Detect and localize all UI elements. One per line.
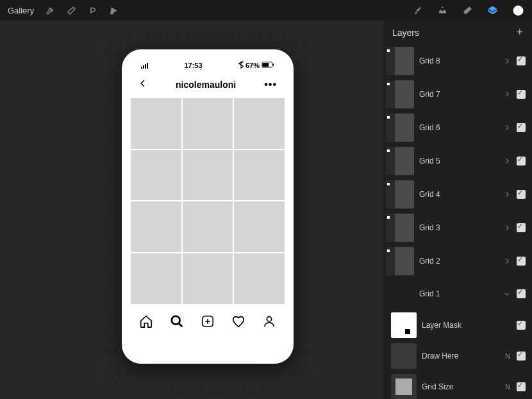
wrench-icon[interactable] xyxy=(46,6,55,15)
grid-post[interactable] xyxy=(131,253,181,304)
svg-point-4 xyxy=(172,316,180,324)
more-icon[interactable]: ••• xyxy=(264,79,277,90)
visibility-checkbox[interactable] xyxy=(517,321,526,330)
chevron-right-icon[interactable] xyxy=(504,155,510,167)
chevron-right-icon[interactable] xyxy=(504,55,510,67)
layer-name: Grid 6 xyxy=(419,123,499,132)
add-post-icon[interactable] xyxy=(201,314,215,331)
chevron-right-icon[interactable] xyxy=(504,89,510,100)
layer-row[interactable]: Grid 3 xyxy=(383,211,532,244)
back-icon[interactable] xyxy=(138,79,147,90)
top-toolbar: Gallery xyxy=(0,0,532,21)
move-icon[interactable] xyxy=(109,6,119,15)
layer-thumbnail xyxy=(386,47,414,75)
blend-mode[interactable]: N xyxy=(505,352,510,360)
canvas[interactable]: 17:53 67% nicolemauloni ••• xyxy=(0,21,383,399)
layer-name: Grid 4 xyxy=(419,190,499,199)
grid-post[interactable] xyxy=(183,150,233,201)
add-layer-icon[interactable]: + xyxy=(516,26,523,39)
chevron-down-icon[interactable] xyxy=(504,288,510,300)
battery-percent: 67% xyxy=(245,62,260,69)
layer-thumbnail xyxy=(391,374,417,399)
grid-post[interactable] xyxy=(183,253,233,304)
layers-list: Grid 8Grid 7Grid 6Grid 5Grid 4Grid 3Grid… xyxy=(383,44,532,399)
signal-icon xyxy=(141,63,148,69)
brush-icon[interactable] xyxy=(412,5,423,16)
layer-row[interactable]: Grid SizeN xyxy=(383,371,532,399)
visibility-checkbox[interactable] xyxy=(517,157,526,166)
battery-icon xyxy=(262,62,274,69)
layer-thumbnail xyxy=(386,147,414,175)
layer-row[interactable]: Layer Mask xyxy=(383,310,532,341)
chevron-right-icon[interactable] xyxy=(504,255,510,267)
layer-row[interactable]: Grid 7 xyxy=(383,78,532,111)
svg-point-6 xyxy=(267,316,271,321)
layer-thumbnail xyxy=(386,180,414,208)
layer-name: Draw Here xyxy=(422,352,500,361)
layers-title: Layers xyxy=(392,28,419,38)
layer-thumbnail xyxy=(391,343,417,369)
layer-thumbnail xyxy=(386,247,414,275)
visibility-checkbox[interactable] xyxy=(517,223,526,232)
layer-thumbnail xyxy=(386,214,414,242)
chevron-right-icon[interactable] xyxy=(504,122,510,133)
eraser-icon[interactable] xyxy=(462,5,473,16)
layer-name: Grid 3 xyxy=(419,223,499,232)
layer-thumbnail xyxy=(386,114,414,142)
home-icon[interactable] xyxy=(139,314,153,331)
select-icon[interactable] xyxy=(88,6,97,15)
color-circle[interactable] xyxy=(512,4,524,17)
gallery-button[interactable]: Gallery xyxy=(8,6,34,15)
layer-row[interactable]: Grid 4 xyxy=(383,178,532,211)
layer-row[interactable]: Grid 5 xyxy=(383,144,532,178)
profile-icon[interactable] xyxy=(262,314,276,331)
username: nicolemauloni xyxy=(176,80,236,90)
chevron-right-icon[interactable] xyxy=(504,222,510,233)
heart-icon[interactable] xyxy=(231,314,245,331)
wand-icon[interactable] xyxy=(67,6,76,15)
layer-thumbnail xyxy=(386,80,414,108)
layer-row[interactable]: Draw HereN xyxy=(383,341,532,371)
grid-post[interactable] xyxy=(234,253,285,304)
profile-header: nicolemauloni ••• xyxy=(131,74,285,98)
layer-name: Grid 7 xyxy=(419,90,499,99)
layer-row[interactable]: Grid 2 xyxy=(383,244,532,278)
visibility-checkbox[interactable] xyxy=(517,90,526,99)
bluetooth-icon xyxy=(238,61,244,70)
feed-grid xyxy=(131,98,285,304)
tab-bar xyxy=(131,308,285,331)
grid-post[interactable] xyxy=(183,201,233,252)
layers-panel: Layers + Grid 8Grid 7Grid 6Grid 5Grid 4G… xyxy=(383,21,532,399)
layer-row[interactable]: Grid 6 xyxy=(383,111,532,144)
layer-name: Grid 8 xyxy=(419,56,499,65)
status-time: 17:53 xyxy=(184,62,202,69)
phone-mockup: 17:53 67% nicolemauloni ••• xyxy=(122,49,294,364)
blend-mode[interactable]: N xyxy=(505,383,510,391)
layer-name: Grid Size xyxy=(422,382,500,391)
layer-name: Grid 5 xyxy=(419,157,499,166)
grid-post[interactable] xyxy=(131,201,181,252)
layer-name: Grid 2 xyxy=(419,257,499,266)
visibility-checkbox[interactable] xyxy=(517,289,526,298)
visibility-checkbox[interactable] xyxy=(517,257,526,266)
visibility-checkbox[interactable] xyxy=(517,56,526,65)
grid-post[interactable] xyxy=(131,98,181,149)
grid-post[interactable] xyxy=(183,98,233,149)
chevron-right-icon[interactable] xyxy=(504,189,510,200)
grid-post[interactable] xyxy=(234,201,285,252)
svg-rect-3 xyxy=(272,64,274,65)
layers-icon[interactable] xyxy=(487,5,498,16)
smudge-icon[interactable] xyxy=(437,5,448,16)
grid-post[interactable] xyxy=(131,150,181,201)
layer-row[interactable]: Grid 8 xyxy=(383,44,532,78)
visibility-checkbox[interactable] xyxy=(517,382,526,391)
visibility-checkbox[interactable] xyxy=(517,190,526,199)
layer-name: Layer Mask xyxy=(422,321,511,330)
visibility-checkbox[interactable] xyxy=(517,352,526,361)
grid-post[interactable] xyxy=(234,150,285,201)
layer-row[interactable]: Grid 1 xyxy=(383,278,532,310)
grid-post[interactable] xyxy=(234,98,285,149)
layer-name: Grid 1 xyxy=(419,289,499,298)
visibility-checkbox[interactable] xyxy=(517,123,526,132)
search-icon[interactable] xyxy=(170,314,184,331)
